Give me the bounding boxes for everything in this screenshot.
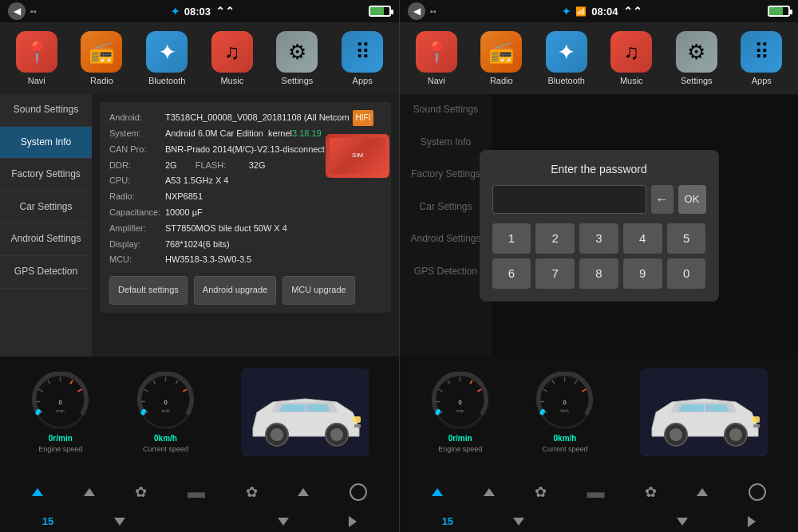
status-bar-right-right	[768, 6, 790, 17]
dialog-title: Enter the password	[492, 163, 706, 175]
music-icon-right: ♫	[610, 31, 652, 73]
sidebar-item-car-settings[interactable]: Car Settings	[0, 191, 92, 224]
nav-down-icon-right[interactable]	[513, 518, 524, 526]
app-radio-right[interactable]: 📻 Radio	[473, 31, 529, 85]
radio-label-right: Radio	[490, 76, 513, 85]
mcu-upgrade-button[interactable]: MCU upgrade	[282, 276, 354, 305]
chevron-up-icon: ⌃⌃	[215, 5, 235, 18]
content-panel-left: Android: T3518CH_00008_V008_20181108 (Al…	[92, 94, 399, 357]
hifi-badge: HIFI	[353, 110, 374, 126]
sidebar-item-factory-settings[interactable]: Factory Settings	[0, 159, 92, 191]
signal-icon-right: 📶	[575, 6, 587, 17]
music-label-right: Music	[620, 76, 643, 85]
app-music-left[interactable]: ♫ Music	[204, 31, 260, 85]
numpad-6[interactable]: 6	[492, 258, 531, 289]
nav-up-icon-right[interactable]	[432, 488, 443, 496]
vol-up-icon-right[interactable]	[484, 488, 495, 496]
info-row-display: Display: 768*1024(6 bits)	[109, 237, 381, 253]
numpad-7[interactable]: 7	[535, 258, 575, 289]
temp-up-icon-right[interactable]	[697, 488, 708, 496]
nav-down-icon[interactable]	[114, 518, 125, 526]
app-navi-right[interactable]: 📍 Navi	[409, 31, 464, 85]
fan-right-icon[interactable]: ✿	[246, 483, 258, 501]
numpad-0[interactable]: 0	[667, 258, 706, 289]
fan-right-icon-right[interactable]: ✿	[645, 483, 657, 501]
sidebar-item-system-info[interactable]: System Info	[0, 127, 92, 160]
circle-button[interactable]	[350, 483, 367, 501]
back-nav-icon-right[interactable]	[748, 516, 756, 527]
backspace-button[interactable]: ←	[651, 185, 674, 214]
numpad-3[interactable]: 3	[579, 223, 618, 254]
nav-up-icon[interactable]	[32, 488, 43, 496]
app-bar-right: 📍 Navi 📻 Radio ✦ Bluetooth ♫ Music ⚙ Set…	[400, 22, 798, 94]
svg-text:0: 0	[459, 399, 462, 406]
back-button[interactable]: ◀	[8, 2, 26, 20]
sidebar-item-sound-settings[interactable]: Sound Settings	[0, 94, 92, 127]
numpad-5[interactable]: 5	[667, 223, 706, 254]
app-apps-left[interactable]: ⠿ Apps	[334, 31, 390, 85]
app-bluetooth-right[interactable]: ✦ Bluetooth	[539, 31, 595, 85]
temp-down-icon-right[interactable]	[677, 518, 688, 526]
default-settings-button[interactable]: Default settings	[109, 276, 188, 305]
svg-point-49	[670, 428, 682, 441]
apps-label: Apps	[353, 76, 373, 85]
capacitance-label: Capacitance:	[109, 205, 165, 221]
app-apps-right[interactable]: ⠿ Apps	[733, 31, 789, 85]
fan-left-icon-right[interactable]: ✿	[535, 483, 547, 501]
bottom-bar-right: ✿ ▬ ✿ 15	[400, 468, 798, 532]
back-nav-icon[interactable]	[349, 516, 357, 527]
status-icon-1: ▪▪	[30, 6, 37, 16]
fan-left-icon[interactable]: ✿	[135, 483, 147, 501]
app-radio-left[interactable]: 📻 Radio	[73, 31, 129, 85]
app-settings-right[interactable]: ⚙ Settings	[669, 31, 725, 85]
ok-button[interactable]: OK	[678, 185, 706, 214]
button-row: Default settings Android upgrade MCU upg…	[109, 276, 381, 305]
main-content-left: Sound Settings System Info Factory Setti…	[0, 94, 399, 357]
settings-icon-right: ⚙	[676, 31, 717, 73]
system-label: System:	[109, 126, 165, 142]
back-button-right[interactable]: ◀	[408, 2, 425, 20]
mcu-label: MCU:	[109, 252, 165, 268]
car-image-right	[640, 368, 768, 456]
svg-line-18	[176, 380, 178, 384]
speed-label-right: Current speed	[542, 445, 587, 453]
app-music-right[interactable]: ♫ Music	[603, 31, 659, 85]
svg-text:km/h: km/h	[161, 409, 170, 413]
android-upgrade-button[interactable]: Android upgrade	[194, 276, 276, 305]
app-bar-left: 📍 Navi 📻 Radio ✦ Bluetooth ♫ Music ⚙ Set…	[0, 22, 399, 94]
vol-up-icon[interactable]	[84, 488, 95, 496]
ddr-label: DDR:	[109, 158, 165, 174]
cpu-label: CPU:	[109, 173, 165, 189]
battery-fill-right	[769, 7, 783, 15]
apps-icon: ⠿	[342, 31, 383, 73]
app-navi-left[interactable]: 📍 Navi	[9, 31, 65, 85]
time-display-right: 08:04	[591, 6, 618, 18]
numpad-9[interactable]: 9	[623, 258, 662, 289]
apps-icon-right: ⠿	[741, 31, 782, 73]
temp-down-icon[interactable]	[278, 518, 289, 526]
sidebar-item-gps-detection[interactable]: GPS Detection	[0, 256, 92, 289]
numpad-2[interactable]: 2	[535, 223, 575, 254]
svg-text:0: 0	[59, 399, 62, 406]
status-bar-right: ◀ ▪▪ ✦ 📶 08:04 ⌃⌃	[400, 0, 798, 22]
numpad-1[interactable]: 1	[492, 223, 531, 254]
app-bluetooth-left[interactable]: ✦ Bluetooth	[139, 31, 195, 85]
android-label: Android:	[109, 110, 165, 126]
sidebar-item-android-settings[interactable]: Android Settings	[0, 223, 92, 256]
right-screen: ◀ ▪▪ ✦ 📶 08:04 ⌃⌃ 📍 Navi 📻 Radio ✦ Bluet…	[399, 0, 798, 532]
password-input[interactable]	[492, 185, 646, 214]
circle-button-right[interactable]	[749, 483, 766, 501]
speed-value: 0km/h	[154, 434, 177, 443]
numpad-4[interactable]: 4	[623, 223, 662, 254]
flash-value: 32G	[249, 158, 266, 174]
app-settings-left[interactable]: ⚙ Settings	[269, 31, 325, 85]
temp-up-icon[interactable]	[298, 488, 309, 496]
navi-label-right: Navi	[428, 76, 445, 85]
numpad-8[interactable]: 8	[579, 258, 618, 289]
amplifier-label: Amplifier:	[109, 221, 165, 237]
main-content-right: Sound Settings System Info Factory Setti…	[400, 94, 798, 357]
svg-rect-53	[753, 424, 760, 428]
capacitance-value: 10000 μF	[165, 205, 203, 221]
navi-label: Navi	[28, 76, 45, 85]
dashboard-left: 0 r/min 0r/min Engine speed	[0, 357, 399, 468]
